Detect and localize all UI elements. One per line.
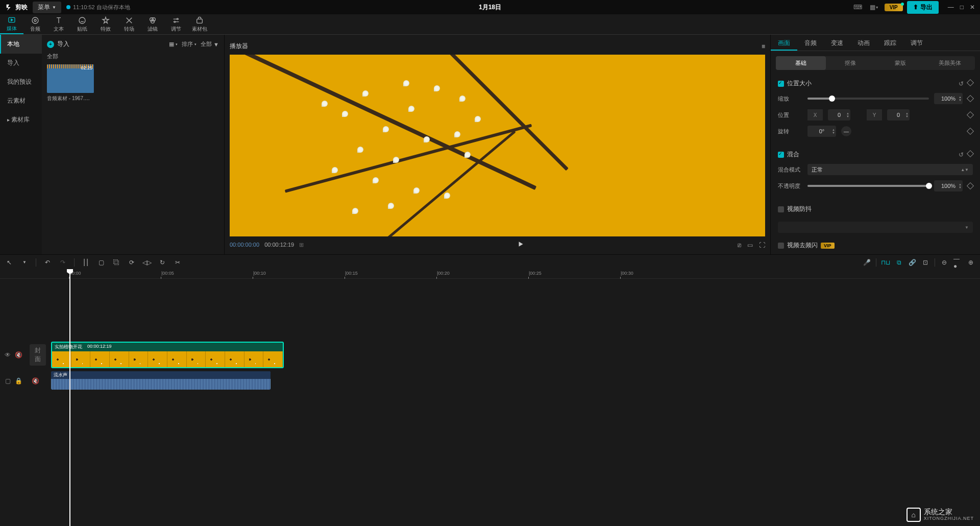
tab-adjust[interactable]: 调节 — [903, 35, 930, 51]
rotate-input[interactable]: 0°▲▼ — [807, 126, 836, 137]
reset-icon[interactable]: ↺ — [959, 80, 964, 87]
view-mode-button[interactable]: ▦▾ — [169, 40, 178, 48]
tool-filter[interactable]: 滤镜 — [141, 14, 164, 34]
fullscreen-icon[interactable]: ⛶ — [759, 242, 765, 249]
audio-clip[interactable]: 流水声 — [51, 371, 271, 390]
scale-slider[interactable] — [807, 98, 929, 100]
zoom-slider-icon[interactable]: —● — [953, 258, 962, 267]
x-label: X — [807, 109, 823, 121]
tool-pack[interactable]: 素材包 — [188, 14, 211, 34]
filter-all-button[interactable]: 全部 ▼ — [201, 40, 219, 48]
app-name: 剪映 — [15, 3, 28, 12]
stabilize-checkbox[interactable] — [778, 206, 784, 212]
blend-mode-select[interactable]: 正常▲▼ — [807, 164, 973, 175]
maximize-button[interactable]: □ — [960, 4, 964, 11]
rotate-keyframe[interactable] — [967, 128, 974, 135]
video-clip[interactable]: 实拍植物开花 00:00:12:19 — [51, 342, 284, 368]
nav-library[interactable]: 素材库 — [0, 110, 42, 129]
cover-button[interactable]: 封面 — [30, 344, 46, 366]
blend-checkbox[interactable] — [778, 152, 784, 158]
crop-tool[interactable]: ✂ — [174, 258, 182, 267]
player-menu-icon[interactable]: ≡ — [762, 43, 765, 50]
cursor-dropdown[interactable]: ▼ — [20, 258, 29, 267]
tab-speed[interactable]: 变速 — [824, 35, 850, 51]
size-checkbox[interactable] — [778, 81, 784, 87]
tab-audio[interactable]: 音频 — [797, 35, 824, 51]
tab-animation[interactable]: 动画 — [850, 35, 877, 51]
nav-import[interactable]: 导入 — [0, 54, 42, 73]
import-button[interactable]: + 导入 — [47, 40, 69, 49]
blend-reset-icon[interactable]: ↺ — [959, 151, 964, 158]
sort-button[interactable]: 排序▾ — [182, 40, 197, 48]
zoom-fit-icon[interactable]: ⊕ — [967, 258, 975, 267]
link-icon[interactable]: 🔗 — [908, 258, 916, 267]
scale-value[interactable]: 100%▲▼ — [934, 93, 963, 104]
tool-media[interactable]: 媒体 — [0, 14, 23, 34]
magnet-main-icon[interactable]: ⊓⊔ — [881, 258, 890, 267]
blend-keyframe-icon[interactable] — [967, 150, 974, 157]
vip-badge[interactable]: VIP — [885, 4, 903, 11]
zoom-out-icon[interactable]: ⊖ — [940, 258, 948, 267]
delete-tool[interactable]: ▢ — [97, 258, 105, 267]
minimize-button[interactable]: — — [948, 4, 954, 11]
opacity-keyframe[interactable] — [967, 182, 974, 189]
scale-keyframe[interactable] — [967, 95, 974, 102]
undo-button[interactable]: ↶ — [43, 258, 52, 267]
tab-track[interactable]: 跟踪 — [877, 35, 903, 51]
reverse-tool[interactable]: ⟳ — [128, 258, 136, 267]
pos-y-input[interactable]: 0▲▼ — [887, 109, 910, 121]
menu-button[interactable]: 菜单▼ — [33, 2, 61, 13]
tool-transition[interactable]: 转场 — [117, 14, 141, 34]
cursor-tool[interactable]: ↖ — [5, 258, 13, 267]
mirror-tool[interactable]: ◁▷ — [143, 258, 151, 267]
watermark: ⌂ 系统之家 XITONGZHIJIA.NET — [906, 508, 974, 522]
rotate-tool[interactable]: ↻ — [158, 258, 166, 267]
player-title: 播放器 — [230, 42, 248, 51]
tool-audio[interactable]: 音频 — [23, 14, 47, 34]
magnet-icon[interactable]: ⧉ — [895, 258, 903, 267]
rotate-reset[interactable]: — — [841, 126, 851, 136]
tool-adjust[interactable]: 调节 — [164, 14, 188, 34]
track-lock-icon[interactable]: 🔒 — [0, 351, 1, 358]
media-item[interactable]: 02:25 音频素材 - 1967.mp3 — [47, 64, 94, 102]
subtab-basic[interactable]: 基础 — [776, 56, 826, 70]
mic-icon[interactable]: 🎤 — [863, 258, 871, 267]
pos-x-input[interactable]: 0▲▼ — [828, 109, 850, 121]
subtab-cutout[interactable]: 抠像 — [826, 56, 876, 70]
audio-track-lock-icon[interactable]: 🔒 — [15, 377, 22, 385]
timeline-ruler[interactable]: 00:00 |00:05 |00:10 |00:15 |00:20 |00:25… — [0, 270, 980, 279]
opacity-slider[interactable] — [807, 185, 929, 187]
opacity-value[interactable]: 100%▲▼ — [934, 180, 963, 192]
split-tool[interactable]: ⎮⎮ — [82, 258, 90, 267]
preview-icon[interactable]: ⊡ — [921, 258, 929, 267]
track-mute-icon[interactable]: 🔇 — [15, 351, 22, 358]
subtab-beauty[interactable]: 美颜美体 — [925, 56, 975, 70]
tab-picture[interactable]: 画面 — [771, 35, 797, 51]
redo-button[interactable]: ↷ — [59, 258, 67, 267]
nav-cloud[interactable]: 云素材 — [0, 91, 42, 110]
play-button[interactable] — [517, 241, 524, 249]
ratio-icon[interactable]: ▭ — [747, 242, 753, 249]
close-button[interactable]: ✕ — [970, 4, 975, 11]
layout-icon[interactable]: ▦▼ — [868, 2, 880, 12]
copy-tool[interactable]: ⿻ — [112, 258, 120, 267]
plus-icon: + — [47, 41, 54, 48]
video-preview[interactable] — [230, 55, 765, 236]
nav-local[interactable]: 本地 — [0, 35, 42, 54]
deflicker-checkbox[interactable] — [778, 243, 784, 249]
nav-presets[interactable]: 我的预设 — [0, 73, 42, 91]
audio-track-collapse-icon[interactable]: ▢ — [5, 377, 11, 385]
tool-sticker[interactable]: 贴纸 — [70, 14, 94, 34]
keyboard-icon[interactable]: ⌨ — [852, 2, 864, 12]
playhead[interactable] — [69, 270, 70, 526]
audio-track-mute-icon[interactable]: 🔇 — [32, 377, 39, 385]
track-visible-icon[interactable]: 👁 — [5, 351, 11, 358]
export-button[interactable]: ⬆ 导出 — [907, 1, 939, 14]
grid-icon[interactable]: ⊞ — [299, 242, 304, 248]
snapshot-icon[interactable]: ⎚ — [738, 242, 741, 249]
keyframe-icon[interactable] — [967, 79, 974, 86]
subtab-mask[interactable]: 蒙版 — [875, 56, 925, 70]
tool-text[interactable]: 文本 — [47, 14, 70, 34]
tool-effect[interactable]: 特效 — [94, 14, 117, 34]
pos-keyframe[interactable] — [967, 111, 974, 118]
